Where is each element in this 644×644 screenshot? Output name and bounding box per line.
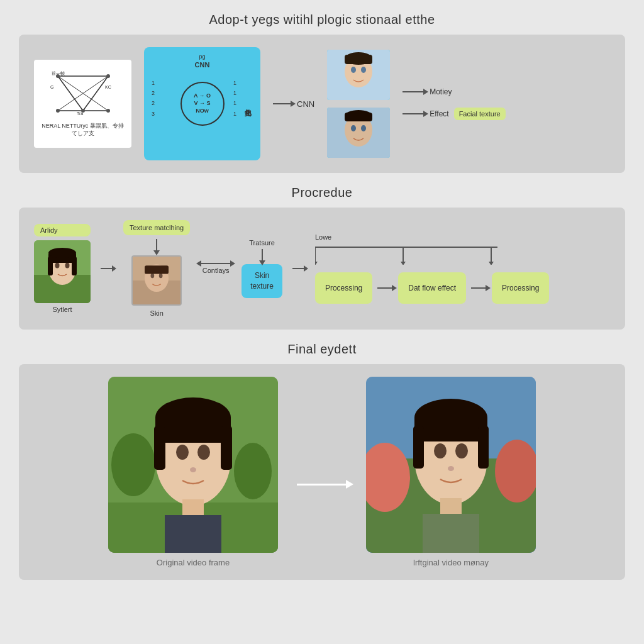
contlays-label: Contlays: [203, 267, 230, 274]
svg-rect-41: [145, 265, 169, 274]
skin-label: Skin: [150, 309, 163, 317]
svg-point-76: [448, 466, 454, 471]
process-box-2: Dat flow effect: [398, 272, 466, 304]
output-arrow-1: [402, 91, 425, 92]
face-outputs: [327, 50, 390, 158]
cnn-numbers-left: 1223: [152, 78, 155, 119]
svg-point-7: [106, 74, 110, 78]
face-svg-2: [327, 108, 390, 158]
svg-point-18: [361, 67, 366, 73]
process-arrow-2: [471, 287, 487, 289]
s3-transition-arrow: [297, 484, 347, 486]
processing-row: Processing Dat flow effect Processing: [315, 272, 610, 304]
cnn-arrow-container: CNN: [273, 99, 314, 109]
s2-center-group: Tratsure Skin texture: [242, 239, 282, 298]
svg-rect-56: [155, 418, 231, 443]
s3-original-svg: [108, 377, 278, 553]
s3-result-svg: [366, 377, 536, 553]
svg-rect-58: [221, 426, 232, 470]
svg-rect-57: [154, 426, 165, 470]
svg-point-51: [111, 433, 155, 496]
s2-face-photo: [34, 240, 91, 303]
double-arrow-line: [200, 263, 231, 264]
right-arrow-1: [101, 268, 113, 269]
section1-content: 前一帧 G KC Tra NERAL NETTUryc 暴踢肌、专排てしア支 p…: [34, 47, 610, 160]
s2-skin-photo: [131, 255, 182, 306]
svg-text:Tra: Tra: [77, 111, 83, 116]
left-arrowhead: [196, 260, 201, 267]
right-arrow-2: [292, 268, 305, 269]
section3-content: Original video frame: [34, 377, 610, 567]
double-arrow-container: [200, 263, 231, 264]
cnn-numbers-right: 1111: [233, 78, 236, 119]
s3-result-caption: lrftginal video mønay: [413, 558, 489, 567]
branch-svg: [315, 246, 497, 265]
s2-left-group: Arlidy: [34, 224, 91, 313]
s2-right-arrow1: [101, 268, 113, 269]
svg-line-2: [83, 76, 108, 111]
s2-face-svg: [34, 240, 91, 303]
svg-point-31: [65, 263, 70, 269]
output-arrow-2: [402, 113, 425, 114]
s3-original-photo: [108, 377, 278, 553]
svg-point-23: [351, 125, 356, 131]
output-row-1: Motiey: [402, 87, 506, 96]
skin-down-arrow: [262, 249, 263, 262]
svg-rect-71: [414, 418, 487, 441]
skin-line1: Skin: [255, 271, 269, 280]
s2-photo-col: Sytlert: [34, 240, 91, 313]
output-effect: Effect: [430, 109, 448, 118]
cnn-inner: pg CNN 1223 1111 A → OV → SNOw 文化趋: [149, 52, 255, 155]
svg-point-75: [455, 443, 468, 458]
arlidy-badge: Arlidy: [34, 224, 91, 236]
svg-point-52: [234, 443, 272, 499]
face-svg-1: [327, 50, 390, 100]
output-labels: Motiey Effect Facial texture: [402, 87, 506, 120]
skin-line2: texture: [250, 282, 274, 291]
svg-marker-46: [401, 262, 406, 265]
svg-rect-26: [345, 113, 372, 121]
facial-texture-badge: Facial texture: [454, 108, 506, 120]
neural-net-box: 前一帧 G KC Tra NERAL NETTUryc 暴踢肌、专排てしア支: [34, 60, 131, 148]
neural-net-label: NERAL NETTUryc 暴踢肌、专排てしア支: [39, 123, 126, 137]
branch-connector: [315, 246, 610, 267]
svg-text:KC: KC: [105, 85, 111, 89]
neural-net-diagram: 前一帧 G KC Tra: [45, 70, 121, 120]
svg-line-1: [58, 76, 83, 111]
cnn-circle: A → OV → SNOw: [180, 82, 225, 126]
process-arrow-1: [377, 287, 393, 289]
lowe-container: Lowe: [315, 233, 610, 243]
cnn-diagram-box: pg CNN 1223 1111 A → OV → SNOw 文化趋: [144, 47, 260, 160]
section2-title-container: Procredue: [19, 186, 625, 200]
s2-middle-group: Texture matclhing Skin: [123, 220, 190, 317]
section3-panel: Original video frame: [19, 364, 625, 580]
cnn-circle-text: A → OV → SNOw: [194, 92, 211, 114]
main-container: Adop-t yegs witihl plogic stionaal etthe: [0, 0, 644, 605]
section3-title: Final eydett: [19, 342, 625, 357]
section3-title-container: Final eydett: [19, 342, 625, 357]
s3-result-photo: [366, 377, 536, 553]
cnn-main-label: CNN: [195, 61, 210, 69]
tratsure-label: Tratsure: [249, 239, 275, 247]
svg-point-61: [190, 467, 196, 472]
svg-marker-48: [489, 262, 494, 265]
svg-rect-78: [423, 514, 479, 553]
s2-contlays-group: Contlays: [200, 263, 231, 274]
process-box-1: Processing: [315, 272, 372, 304]
skin-texture-box: Skin texture: [242, 264, 282, 298]
svg-rect-73: [478, 426, 489, 469]
svg-point-40: [159, 274, 163, 279]
svg-rect-20: [345, 55, 372, 64]
section1-panel: 前一帧 G KC Tra NERAL NETTUryc 暴踢肌、专排てしア支 p…: [19, 35, 625, 173]
s3-original-col: Original video frame: [108, 377, 278, 567]
section2-content: Arlidy: [34, 220, 610, 317]
section2-title: Procredue: [19, 186, 625, 200]
process-box-3: Processing: [492, 272, 549, 304]
svg-point-30: [55, 263, 60, 269]
svg-rect-72: [413, 426, 424, 469]
face-box-1: [327, 50, 390, 100]
texture-matching-badge: Texture matclhing: [123, 220, 190, 235]
texture-down-arrow: [156, 239, 157, 252]
svg-rect-34: [48, 257, 53, 275]
svg-point-24: [361, 125, 366, 131]
